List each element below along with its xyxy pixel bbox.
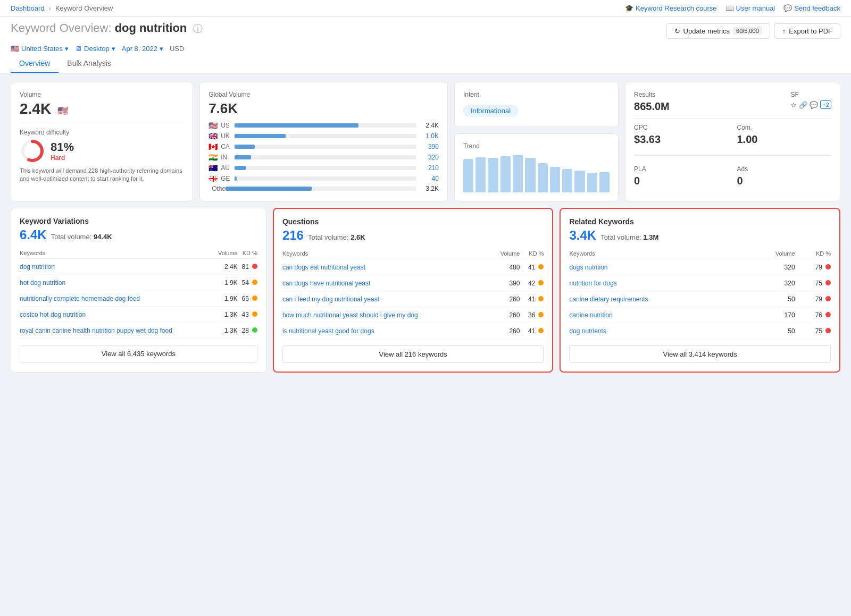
related-card: Related Keywords 3.4K Total volume: 1.3M… (560, 208, 840, 373)
volume-cell: 50 (750, 323, 795, 339)
table-row: how much nutritional yeast should i give… (282, 307, 544, 323)
table-row: nutrition for dogs 320 75 (569, 275, 831, 291)
bar-track (235, 145, 416, 149)
kd-dot (252, 264, 257, 269)
breadcrumb-current: Keyword Overview (55, 4, 113, 12)
table-row: dog nutrition 2.4K 81 (20, 259, 257, 275)
trend-bar (513, 155, 523, 192)
page-title: Keyword Overview: dog nutrition ⓘ (11, 21, 203, 35)
keyword-link[interactable]: costco hot dog nutrition (20, 311, 86, 318)
keyword-link[interactable]: nutrition for dogs (569, 280, 616, 287)
bar-fill (235, 155, 251, 159)
info-icon[interactable]: ⓘ (193, 23, 203, 34)
questions-count: 216 (282, 228, 304, 243)
bar-code: CA (221, 143, 231, 150)
trend-bar (587, 173, 597, 192)
kd-dot (538, 264, 544, 269)
col-keywords-var: Keywords (20, 248, 213, 259)
keyword-link[interactable]: can dogs have nutritional yeast (282, 280, 370, 287)
related-table: Keywords Volume KD % dogs nutrition 320 … (569, 248, 831, 339)
kd-dot (252, 296, 257, 301)
bar-flag: 🇬🇪 (208, 174, 218, 183)
kd-dot (825, 264, 831, 269)
kd-row: 81% Hard (20, 138, 184, 164)
keyword-link[interactable]: dogs nutrition (569, 264, 607, 271)
bar-code: GE (221, 175, 231, 182)
col-kd-var: KD % (238, 248, 257, 259)
table-row: hot dog nutrition 1.9K 54 (20, 275, 257, 291)
keyword-link[interactable]: can dogs eat nutritional yeast (282, 264, 365, 271)
bar-code: UK (221, 132, 231, 140)
bar-flag: 🇮🇳 (208, 153, 218, 162)
volume-cell: 1.3K (213, 307, 237, 323)
keyword-link[interactable]: dog nutrients (569, 327, 606, 335)
volume-cell: 170 (750, 307, 795, 323)
country-filter[interactable]: 🇺🇸 United States ▾ (11, 45, 69, 53)
kd-dot (538, 296, 544, 301)
keyword-link[interactable]: nutritionally complete homemade dog food (20, 295, 140, 302)
bar-code: IN (221, 154, 231, 161)
filters-row: 🇺🇸 United States ▾ 🖥 Desktop ▾ Apr 8, 20… (11, 40, 840, 53)
keyword-course-link[interactable]: 🎓 Keyword Research course (625, 4, 716, 12)
keyword-link[interactable]: royal canin canine health nutrition pupp… (20, 327, 172, 334)
kd-cell: 28 (238, 323, 257, 339)
keyword-link[interactable]: is nutritional yeast good for dogs (282, 327, 374, 335)
breadcrumb-chevron: › (49, 4, 51, 12)
date-filter[interactable]: Apr 8, 2022 ▾ (122, 45, 163, 53)
bar-track (235, 123, 416, 128)
tab-bulk-analysis[interactable]: Bulk Analysis (59, 55, 119, 73)
questions-table: Keywords Volume KD % can dogs eat nutrit… (282, 248, 544, 339)
kd-cell: 42 (520, 275, 544, 291)
results-value: 865.0M (634, 100, 670, 113)
view-all-questions-button[interactable]: View all 216 keywords (282, 345, 544, 363)
export-icon: ↑ (782, 27, 786, 35)
related-count-row: 3.4K Total volume: 1.3M (569, 228, 831, 243)
volume-label: Volume (20, 91, 184, 98)
kd-info: 81% Hard (51, 140, 74, 162)
device-filter[interactable]: 🖥 Desktop ▾ (75, 45, 115, 53)
pla-item: PLA 0 (634, 165, 728, 187)
currency-label: USD (170, 45, 184, 53)
pla-label: PLA (634, 165, 728, 173)
variations-card: Keyword Variations 6.4K Total volume: 94… (11, 208, 266, 373)
keyword-link[interactable]: how much nutritional yeast should i give… (282, 311, 418, 319)
keyword-link[interactable]: can i feed my dog nutritional yeast (282, 296, 379, 303)
global-volume-card: Global Volume 7.6K 🇺🇸 US 2.4K 🇬🇧 UK 1.0K… (199, 82, 448, 201)
send-feedback-link[interactable]: 💬 Send feedback (783, 4, 840, 12)
star-icon: ☆ (790, 101, 797, 109)
col-volume-var: Volume (213, 248, 237, 259)
volume-cell: 50 (750, 291, 795, 307)
bar-flag: 🇦🇺 (208, 164, 218, 172)
main-content: Volume 2.4K 🇺🇸 Keyword difficulty 81% Ha… (0, 73, 851, 381)
user-manual-link[interactable]: 📖 User manual (725, 4, 775, 12)
keyword-link[interactable]: canine nutrition (569, 311, 612, 319)
refresh-icon: ↻ (674, 27, 680, 35)
feedback-icon: 💬 (783, 4, 792, 12)
sf-label: SF (790, 91, 831, 98)
global-bar-row: 🇦🇺 AU 210 (208, 164, 439, 172)
results-label: Results (634, 91, 670, 98)
table-row: is nutritional yeast good for dogs 260 4… (282, 323, 544, 339)
keyword-link[interactable]: canine dietary requirements (569, 296, 648, 303)
table-row: royal canin canine health nutrition pupp… (20, 323, 257, 339)
cpc-item: CPC $3.63 (634, 124, 728, 146)
bar-value: 210 (420, 164, 439, 172)
volume-cell: 2.4K (213, 259, 237, 275)
volume-value: 2.4K 🇺🇸 (20, 100, 184, 117)
trend-bar (574, 171, 585, 192)
table-row: dog nutrients 50 75 (569, 323, 831, 339)
bar-fill (235, 123, 358, 128)
keyword-link[interactable]: hot dog nutrition (20, 279, 65, 286)
variations-count: 6.4K (20, 227, 47, 242)
breadcrumb-home[interactable]: Dashboard (11, 4, 45, 12)
breadcrumb: Dashboard › Keyword Overview (11, 4, 113, 12)
bar-fill (235, 176, 236, 181)
tab-overview[interactable]: Overview (11, 55, 59, 73)
view-all-variations-button[interactable]: View all 6,435 keywords (20, 345, 257, 362)
keyword-link[interactable]: dog nutrition (20, 263, 55, 271)
update-metrics-button[interactable]: ↻ Update metrics 60/5,000 (666, 23, 770, 39)
export-pdf-button[interactable]: ↑ Export to PDF (774, 23, 840, 39)
bottom-row: Keyword Variations 6.4K Total volume: 94… (11, 208, 840, 373)
trend-bars (463, 155, 610, 192)
view-all-related-button[interactable]: View all 3,414 keywords (569, 345, 831, 363)
